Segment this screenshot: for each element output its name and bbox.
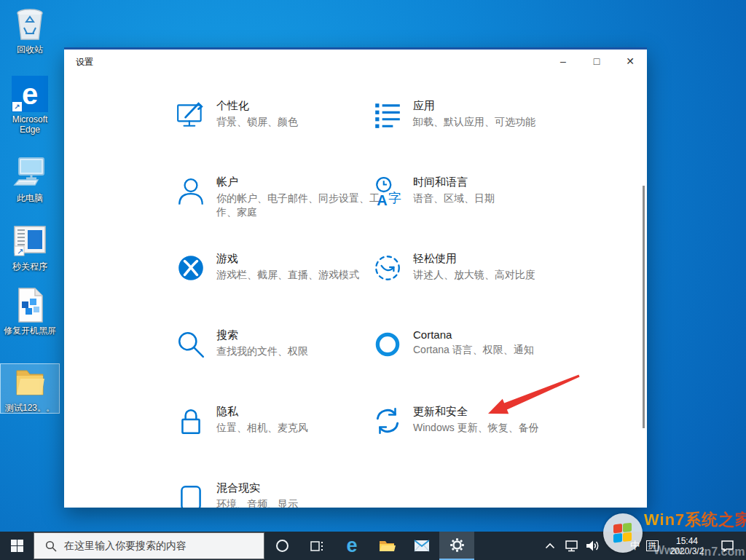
network-icon bbox=[565, 540, 578, 552]
this-pc-icon bbox=[12, 154, 48, 191]
system-tray: 中 拼 15:44 2020/3/2 bbox=[539, 532, 746, 560]
ease-of-access-icon bbox=[372, 252, 404, 284]
tile-subtitle: Windows 更新、恢复、备份 bbox=[413, 421, 588, 435]
taskbar: 在这里输入你要搜索的内容 e bbox=[0, 532, 746, 560]
svg-text:↗: ↗ bbox=[17, 247, 23, 256]
start-button[interactable] bbox=[0, 532, 34, 560]
tile-subtitle: 位置、相机、麦克风 bbox=[216, 421, 391, 435]
ime-mode-indicator[interactable]: 拼 bbox=[644, 532, 660, 560]
tile-subtitle: 环境、音频、显示 bbox=[216, 497, 391, 508]
settings-tile-gaming[interactable]: 游戏 游戏栏、截屏、直播、游戏模式 bbox=[175, 252, 391, 284]
desktop-icon-label: 测试123。。 bbox=[5, 403, 55, 413]
tile-subtitle: 讲述人、放大镜、高对比度 bbox=[413, 268, 588, 282]
gaming-xbox-icon bbox=[175, 252, 207, 284]
mail-button[interactable] bbox=[404, 532, 439, 560]
cortana-icon bbox=[372, 328, 404, 360]
personalization-icon bbox=[175, 99, 207, 131]
settings-window: 设置 – □ ✕ 个性化 背景、锁屏、颜色 bbox=[64, 47, 647, 508]
edge-icon: e bbox=[346, 536, 357, 556]
tile-subtitle: 背景、锁屏、颜色 bbox=[216, 115, 391, 129]
titlebar[interactable]: 设置 – □ ✕ bbox=[64, 50, 647, 74]
close-button[interactable]: ✕ bbox=[613, 50, 647, 73]
folder-icon bbox=[12, 364, 48, 401]
accounts-icon bbox=[175, 176, 207, 208]
taskbar-clock[interactable]: 15:44 2020/3/2 bbox=[660, 532, 714, 560]
desktop-icon-test-folder[interactable]: 测试123。。 bbox=[1, 364, 59, 413]
settings-taskbar-button[interactable] bbox=[439, 532, 474, 560]
search-placeholder: 在这里输入你要搜索的内容 bbox=[64, 540, 186, 553]
settings-gear-icon bbox=[449, 537, 465, 553]
tile-title: 隐私 bbox=[216, 405, 391, 419]
tile-subtitle: 查找我的文件、权限 bbox=[216, 344, 391, 358]
update-security-icon bbox=[372, 405, 404, 437]
maximize-button[interactable]: □ bbox=[580, 50, 613, 73]
tile-title: 帐户 bbox=[216, 176, 391, 189]
watermark-site-name: Win7系统之家 bbox=[644, 509, 746, 531]
settings-tile-mixed-reality[interactable]: 混合现实 环境、音频、显示 bbox=[175, 481, 391, 508]
settings-tile-accounts[interactable]: 帐户 你的帐户、电子邮件、同步设置、工作、家庭 bbox=[175, 176, 391, 219]
tile-title: 搜索 bbox=[216, 328, 391, 342]
scrollbar-thumb[interactable] bbox=[643, 186, 645, 428]
svg-text:A: A bbox=[377, 192, 387, 207]
tile-title: 混合现实 bbox=[216, 481, 391, 495]
action-center-icon bbox=[721, 540, 734, 552]
volume-tray-button[interactable] bbox=[581, 532, 602, 560]
desktop-icon-label: 回收站 bbox=[17, 44, 43, 55]
settings-tile-update-security[interactable]: 更新和安全 Windows 更新、恢复、备份 bbox=[372, 405, 588, 437]
ime-language-indicator[interactable]: 中 bbox=[627, 532, 644, 560]
settings-tile-apps[interactable]: 应用 卸载、默认应用、可选功能 bbox=[372, 99, 588, 131]
edge-taskbar-button[interactable]: e bbox=[334, 532, 369, 560]
app-window-icon: ↗ bbox=[12, 223, 48, 259]
desktop-icon-label: 修复开机黑屏 bbox=[4, 326, 56, 336]
desktop-icon-label: 此电脑 bbox=[17, 193, 43, 203]
tile-title: 个性化 bbox=[216, 99, 391, 113]
tile-title: 应用 bbox=[413, 99, 588, 113]
chevron-up-icon bbox=[545, 543, 555, 549]
task-view-icon bbox=[310, 539, 324, 553]
search-icon bbox=[45, 540, 57, 552]
desktop-icon-app-shortcut[interactable]: ↗ 秒关程序 bbox=[1, 223, 59, 272]
ime-mode-label: 拼 bbox=[646, 540, 659, 551]
cortana-icon bbox=[276, 540, 288, 552]
tray-chevron-button[interactable] bbox=[539, 532, 561, 560]
tile-subtitle: 语音、区域、日期 bbox=[413, 192, 588, 205]
settings-tile-personalization[interactable]: 个性化 背景、锁屏、颜色 bbox=[175, 99, 391, 131]
task-view-button[interactable] bbox=[299, 532, 334, 560]
mixed-reality-icon bbox=[175, 481, 207, 508]
desktop-icon-label: 秒关程序 bbox=[12, 261, 47, 272]
file-explorer-icon bbox=[378, 539, 396, 553]
registry-file-icon bbox=[12, 287, 48, 323]
tile-subtitle: 你的帐户、电子邮件、同步设置、工作、家庭 bbox=[216, 192, 391, 219]
cortana-button[interactable] bbox=[264, 532, 299, 560]
file-explorer-button[interactable] bbox=[369, 532, 404, 560]
desktop-icon-label: Microsoft Edge bbox=[1, 114, 59, 135]
recycle-bin-icon bbox=[12, 6, 48, 42]
settings-tile-time-language[interactable]: A 字 时间和语言 语音、区域、日期 bbox=[372, 176, 588, 208]
desktop-icon-recycle-bin[interactable]: 回收站 bbox=[1, 6, 59, 55]
shortcut-arrow-icon: ↗ bbox=[12, 102, 22, 111]
tile-title: 游戏 bbox=[216, 252, 391, 266]
settings-tile-search[interactable]: 搜索 查找我的文件、权限 bbox=[175, 328, 391, 360]
search-icon bbox=[175, 328, 207, 360]
clock-date: 2020/3/2 bbox=[670, 546, 704, 556]
tile-title: Cortana bbox=[413, 328, 588, 341]
edge-icon: e ↗ bbox=[12, 76, 48, 112]
tile-subtitle: Cortana 语言、权限、通知 bbox=[413, 343, 588, 357]
tile-title: 时间和语言 bbox=[413, 176, 588, 189]
settings-tile-privacy[interactable]: 隐私 位置、相机、麦克风 bbox=[175, 405, 391, 437]
desktop-icon-this-pc[interactable]: 此电脑 bbox=[1, 154, 59, 203]
svg-text:字: 字 bbox=[388, 191, 401, 205]
privacy-lock-icon bbox=[175, 405, 207, 437]
minimize-button[interactable]: – bbox=[546, 50, 580, 73]
taskbar-search-input[interactable]: 在这里输入你要搜索的内容 bbox=[34, 532, 264, 559]
network-tray-button[interactable] bbox=[561, 532, 581, 560]
tile-title: 更新和安全 bbox=[413, 405, 588, 419]
settings-tile-ease-of-access[interactable]: 轻松使用 讲述人、放大镜、高对比度 bbox=[372, 252, 588, 284]
tile-subtitle: 游戏栏、截屏、直播、游戏模式 bbox=[216, 268, 391, 282]
settings-tile-cortana[interactable]: Cortana Cortana 语言、权限、通知 bbox=[372, 328, 588, 360]
desktop-icon-registry-fix[interactable]: 修复开机黑屏 bbox=[1, 287, 59, 336]
apps-icon bbox=[372, 99, 404, 131]
window-title: 设置 bbox=[76, 56, 93, 68]
desktop-icon-edge[interactable]: e ↗ Microsoft Edge bbox=[1, 76, 59, 135]
action-center-button[interactable] bbox=[714, 532, 740, 560]
